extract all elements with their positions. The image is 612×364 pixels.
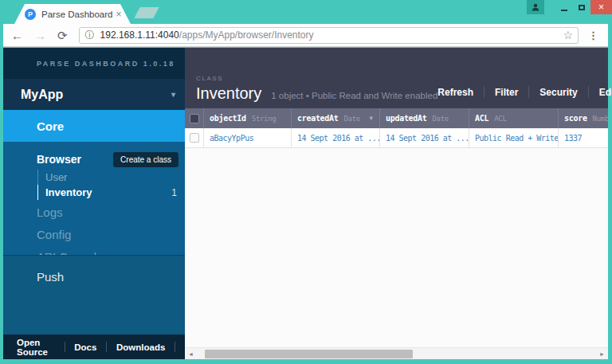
chrome-menu-icon[interactable]: ⋮ bbox=[585, 29, 602, 41]
sidebar-item-config[interactable]: Config bbox=[3, 225, 185, 245]
app-name: MyApp bbox=[21, 88, 63, 102]
app-selector[interactable]: MyApp ▾ bbox=[3, 79, 185, 110]
footer-divider bbox=[175, 342, 175, 352]
maximize-icon bbox=[579, 5, 585, 10]
cell-objectid[interactable]: aBacyYpPus bbox=[204, 128, 292, 147]
action-divider bbox=[588, 86, 589, 98]
sidebar-item-browser[interactable]: Browser bbox=[37, 153, 81, 166]
footer-divider bbox=[106, 342, 107, 352]
tab-close-icon[interactable]: × bbox=[116, 10, 122, 19]
tab-bar: P Parse Dashboard × × bbox=[0, 0, 612, 24]
forward-icon[interactable]: → bbox=[34, 29, 46, 41]
footer-divider bbox=[65, 342, 65, 352]
scrollbar-thumb[interactable] bbox=[205, 350, 413, 358]
horizontal-scrollbar[interactable]: ◄ ► bbox=[185, 347, 608, 359]
minimize-button[interactable] bbox=[555, 0, 573, 14]
page-title: Inventory bbox=[196, 85, 261, 101]
class-kicker: CLASS bbox=[196, 76, 437, 82]
column-header-objectid[interactable]: objectId String bbox=[204, 108, 292, 128]
column-header-acl[interactable]: ACL ACL bbox=[469, 108, 559, 128]
edit-button[interactable]: Edit bbox=[599, 87, 612, 98]
table-row[interactable]: aBacyYpPus 14 Sept 2016 at ... 14 Sept 2… bbox=[185, 128, 608, 148]
column-header-createdat[interactable]: createdAt Date ▼ bbox=[292, 108, 380, 128]
cell-score[interactable]: 1337 bbox=[559, 128, 608, 147]
page-info-icon[interactable]: ⓘ bbox=[85, 29, 95, 42]
scroll-left-icon[interactable]: ◄ bbox=[185, 348, 197, 360]
scrollbar-track[interactable] bbox=[197, 348, 596, 360]
class-browser: CLASS Inventory 1 object • Public Read a… bbox=[185, 48, 608, 359]
cell-createdat[interactable]: 14 Sept 2016 at ... bbox=[292, 128, 380, 147]
page-content: PARSE DASHBOARD 1.0.18 MyApp ▾ Core Brow… bbox=[3, 48, 608, 359]
class-label-user: User bbox=[45, 171, 67, 183]
class-subtitle: 1 object • Public Read and Write enabled bbox=[271, 92, 437, 101]
parse-favicon-icon: P bbox=[25, 9, 36, 20]
back-icon[interactable]: ← bbox=[11, 29, 23, 41]
select-all-cell bbox=[185, 108, 204, 128]
core-label: Core bbox=[37, 119, 64, 133]
new-tab-button[interactable] bbox=[134, 7, 159, 18]
scroll-right-icon[interactable]: ► bbox=[596, 348, 608, 360]
sidebar-item-user[interactable]: User bbox=[37, 170, 185, 185]
object-count-badge: 1 bbox=[171, 187, 177, 198]
core-section: Browser Create a class User Inventory 1 … bbox=[3, 142, 185, 255]
url-path: /apps/MyApp/browser/Inventory bbox=[179, 29, 314, 41]
table-header: objectId String createdAt Date ▼ updated… bbox=[185, 108, 608, 128]
action-divider bbox=[528, 86, 529, 98]
footer-link-open-source[interactable]: Open Source bbox=[17, 338, 55, 357]
cell-acl[interactable]: Public Read + Write bbox=[469, 128, 559, 147]
create-class-button[interactable]: Create a class bbox=[113, 152, 178, 167]
profile-button[interactable] bbox=[527, 0, 544, 14]
select-all-checkbox[interactable] bbox=[190, 114, 199, 123]
header-actions: Refresh Filter Security Edit bbox=[437, 86, 612, 101]
class-label-inventory: Inventory bbox=[45, 186, 92, 198]
close-window-button[interactable]: × bbox=[590, 0, 612, 14]
maximize-button[interactable] bbox=[573, 0, 590, 14]
tab-title: Parse Dashboard bbox=[41, 10, 113, 19]
address-bar[interactable]: ⓘ 192.168.1.11:4040/apps/MyApp/browser/I… bbox=[79, 27, 579, 44]
sidebar-footer: Open Source Docs Downloads bbox=[3, 335, 185, 359]
window-controls: × bbox=[527, 0, 612, 14]
footer-link-docs[interactable]: Docs bbox=[74, 342, 96, 352]
security-button[interactable]: Security bbox=[539, 87, 577, 98]
refresh-button[interactable]: Refresh bbox=[437, 87, 473, 98]
cell-updatedat[interactable]: 14 Sept 2016 at ... bbox=[380, 128, 469, 147]
chevron-down-icon: ▾ bbox=[171, 90, 175, 99]
browser-row: Browser Create a class bbox=[3, 149, 185, 170]
url-host: 192.168.1.11:4040 bbox=[100, 29, 179, 41]
sort-desc-icon[interactable]: ▼ bbox=[369, 115, 373, 122]
dashboard-version-label: PARSE DASHBOARD 1.0.18 bbox=[3, 48, 185, 79]
sidebar-item-logs[interactable]: Logs bbox=[3, 202, 185, 222]
sidebar-item-push[interactable]: Push bbox=[3, 255, 185, 335]
browser-toolbar: ← → ⟳ ⓘ 192.168.1.11:4040/apps/MyApp/bro… bbox=[3, 24, 608, 47]
action-divider bbox=[484, 86, 484, 98]
row-select-cell bbox=[185, 128, 204, 147]
filter-button[interactable]: Filter bbox=[495, 87, 518, 98]
minimize-icon bbox=[561, 10, 567, 11]
browser-tab[interactable]: P Parse Dashboard × bbox=[14, 4, 131, 24]
row-checkbox[interactable] bbox=[190, 133, 199, 143]
bookmark-star-icon[interactable]: ☆ bbox=[563, 29, 573, 41]
push-label: Push bbox=[37, 270, 64, 284]
sidebar-item-inventory[interactable]: Inventory 1 bbox=[37, 185, 185, 200]
sidebar-item-core[interactable]: Core bbox=[3, 110, 185, 142]
url-text[interactable]: 192.168.1.11:4040/apps/MyApp/browser/Inv… bbox=[100, 29, 563, 41]
column-header-score[interactable]: score Number bbox=[559, 108, 608, 128]
footer-link-downloads[interactable]: Downloads bbox=[116, 342, 165, 352]
column-header-updatedat[interactable]: updatedAt Date bbox=[380, 108, 469, 128]
class-header: CLASS Inventory 1 object • Public Read a… bbox=[185, 48, 608, 108]
sidebar: PARSE DASHBOARD 1.0.18 MyApp ▾ Core Brow… bbox=[3, 48, 185, 359]
reload-icon[interactable]: ⟳ bbox=[57, 29, 68, 41]
person-icon bbox=[531, 2, 540, 12]
